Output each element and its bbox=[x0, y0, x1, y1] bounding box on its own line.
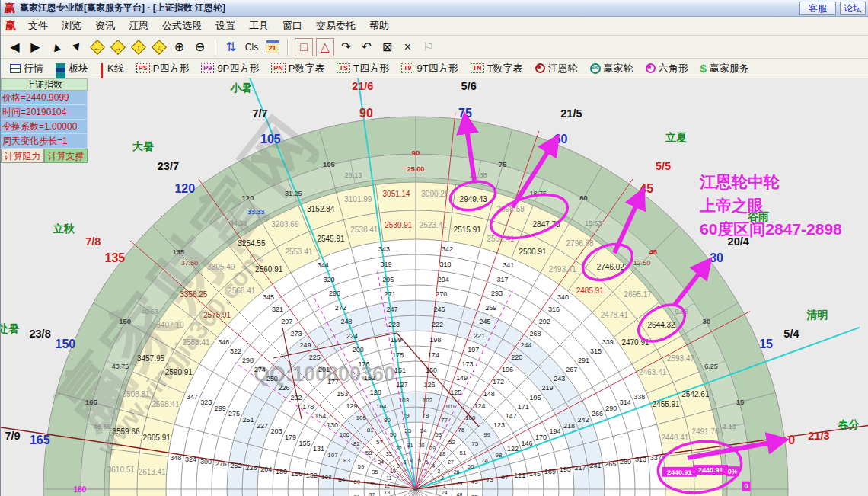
svg-text:34.38: 34.38 bbox=[229, 219, 247, 227]
svg-text:34: 34 bbox=[378, 459, 384, 465]
tool-六角形[interactable]: 六角形 bbox=[646, 62, 688, 75]
rect-tool-icon[interactable]: □ bbox=[295, 38, 313, 56]
pan-up-icon[interactable]: ▲ bbox=[46, 38, 66, 56]
tool-label: P四方形 bbox=[153, 62, 190, 75]
zoom-out-icon[interactable]: ⊖ bbox=[190, 38, 210, 56]
svg-text:立秋: 立秋 bbox=[53, 222, 75, 235]
grid-x-tool-icon[interactable]: ⊠ bbox=[377, 38, 397, 56]
menu-item[interactable]: 交易委托 bbox=[309, 17, 362, 35]
tool-9P四方形[interactable]: P99P四方形 bbox=[201, 62, 259, 75]
cls-icon[interactable]: Cls bbox=[241, 38, 262, 56]
shift-down-icon[interactable]: ↓ bbox=[148, 38, 169, 56]
svg-text:3610.51: 3610.51 bbox=[107, 466, 136, 474]
svg-text:242: 242 bbox=[577, 416, 589, 424]
menu-item[interactable]: 浏览 bbox=[55, 17, 88, 35]
svg-text:201: 201 bbox=[318, 366, 330, 373]
info-row: 时间=20190104 bbox=[1, 105, 88, 120]
tool-板块[interactable]: 板块 bbox=[56, 62, 88, 75]
svg-text:135: 135 bbox=[172, 248, 185, 256]
svg-text:80: 80 bbox=[384, 417, 391, 424]
menu-item[interactable]: 文件 bbox=[21, 17, 55, 35]
tool-赢家轮[interactable]: Big赢家轮 bbox=[590, 62, 633, 75]
svg-text:296: 296 bbox=[329, 290, 340, 297]
menu-item[interactable]: 资讯 bbox=[88, 17, 122, 35]
calc-support-button[interactable]: 计算支撑 bbox=[44, 149, 88, 163]
svg-text:大暑: 大暑 bbox=[132, 140, 154, 152]
svg-text:155: 155 bbox=[298, 440, 310, 447]
menu-item[interactable]: 公式选股 bbox=[155, 17, 209, 35]
svg-text:122: 122 bbox=[507, 445, 519, 453]
svg-text:275: 275 bbox=[228, 410, 240, 418]
updown-marks-icon[interactable]: ⇅ bbox=[221, 38, 241, 56]
svg-text:200: 200 bbox=[353, 346, 364, 354]
tool-T数字表[interactable]: TNT数字表 bbox=[471, 62, 523, 75]
menu-item[interactable]: 设置 bbox=[209, 17, 242, 35]
svg-text:30: 30 bbox=[419, 443, 425, 448]
calc-resistance-button[interactable]: 计算阻力 bbox=[1, 149, 44, 163]
tool-K线[interactable]: K线 bbox=[101, 62, 124, 75]
svg-text:323: 323 bbox=[200, 398, 212, 406]
svg-text:3101.99: 3101.99 bbox=[344, 195, 372, 203]
tool-行情[interactable]: 行情 bbox=[10, 62, 43, 75]
svg-text:203: 203 bbox=[271, 427, 282, 435]
winner-wheel-icon: Big bbox=[590, 63, 601, 74]
svg-text:173: 173 bbox=[462, 360, 474, 368]
svg-text:293: 293 bbox=[491, 290, 503, 297]
svg-text:165: 165 bbox=[85, 398, 98, 406]
nav-forward-icon[interactable]: ▶ bbox=[25, 38, 46, 56]
menu-item[interactable]: 窗口 bbox=[276, 17, 309, 35]
shift-right-icon[interactable]: → bbox=[107, 38, 128, 56]
svg-text:300: 300 bbox=[200, 458, 212, 466]
menu-item[interactable]: 江恩 bbox=[122, 17, 155, 35]
tool-赢家服务[interactable]: $赢家服务 bbox=[700, 62, 749, 75]
svg-text:56: 56 bbox=[390, 431, 397, 438]
svg-text:324: 324 bbox=[185, 456, 196, 463]
svg-text:2949.43: 2949.43 bbox=[460, 195, 488, 203]
svg-text:320: 320 bbox=[323, 276, 334, 283]
titlebar-button-kefu[interactable]: 客服 bbox=[799, 2, 836, 15]
svg-text:82: 82 bbox=[353, 440, 360, 447]
shift-up-icon[interactable]: ↑ bbox=[128, 38, 148, 56]
shift-left-icon[interactable]: ← bbox=[87, 38, 107, 56]
menu-item[interactable]: 帮助 bbox=[362, 17, 396, 35]
menu-item[interactable]: 工具 bbox=[242, 17, 276, 35]
triangle-tool-icon[interactable]: △ bbox=[316, 38, 334, 56]
rotate-cw-icon[interactable]: ↷ bbox=[336, 38, 356, 56]
svg-text:130: 130 bbox=[327, 421, 338, 429]
svg-text:172: 172 bbox=[493, 378, 504, 386]
svg-text:129: 129 bbox=[346, 402, 357, 410]
svg-text:132: 132 bbox=[306, 472, 318, 479]
svg-text:169: 169 bbox=[544, 468, 556, 475]
svg-text:152: 152 bbox=[364, 374, 375, 382]
titlebar-button-partial[interactable]: 论坛 bbox=[840, 2, 866, 15]
flag-tool-icon[interactable]: ⚐ bbox=[418, 38, 439, 56]
svg-text:2542.61: 2542.61 bbox=[681, 390, 710, 398]
nav-back-icon[interactable]: ◀ bbox=[5, 38, 25, 56]
svg-text:8: 8 bbox=[404, 459, 407, 465]
pan-down-icon[interactable]: ▼ bbox=[66, 38, 87, 56]
svg-text:75: 75 bbox=[499, 160, 507, 168]
quotes-grid-icon bbox=[10, 64, 21, 73]
svg-text:176: 176 bbox=[358, 360, 369, 368]
svg-text:90: 90 bbox=[359, 107, 373, 120]
svg-text:150: 150 bbox=[119, 317, 131, 325]
tool-江恩轮[interactable]: 江恩轮 bbox=[535, 62, 578, 75]
svg-text:3508.81: 3508.81 bbox=[123, 390, 151, 398]
tool-9T四方形[interactable]: T99T四方形 bbox=[401, 62, 458, 75]
tool-P四方形[interactable]: PSP四方形 bbox=[136, 62, 190, 75]
cross-tool-icon[interactable]: × bbox=[397, 38, 418, 56]
svg-text:103: 103 bbox=[399, 397, 410, 404]
svg-text:125: 125 bbox=[450, 389, 461, 396]
svg-text:299: 299 bbox=[215, 405, 226, 412]
calendar-icon[interactable]: 21 bbox=[262, 38, 282, 56]
svg-text:0: 0 bbox=[744, 482, 748, 490]
tool-P数字表[interactable]: PNP数字表 bbox=[271, 62, 324, 75]
rotate-ccw-icon[interactable]: ↶ bbox=[356, 38, 377, 56]
svg-text:202: 202 bbox=[290, 394, 302, 402]
gann-wheel-chart[interactable]: 赢家财富网www.yingjia360.comQQ:10080036012345… bbox=[1, 78, 868, 496]
tool-T四方形[interactable]: TST四方形 bbox=[337, 62, 388, 75]
zoom-in-icon[interactable]: ⊕ bbox=[169, 38, 190, 56]
svg-text:225: 225 bbox=[309, 354, 321, 361]
svg-text:217: 217 bbox=[575, 464, 586, 472]
info-panel-rows: 价格=2440.9099时间=20190104变换系数=1.00000周天变化步… bbox=[1, 91, 88, 149]
